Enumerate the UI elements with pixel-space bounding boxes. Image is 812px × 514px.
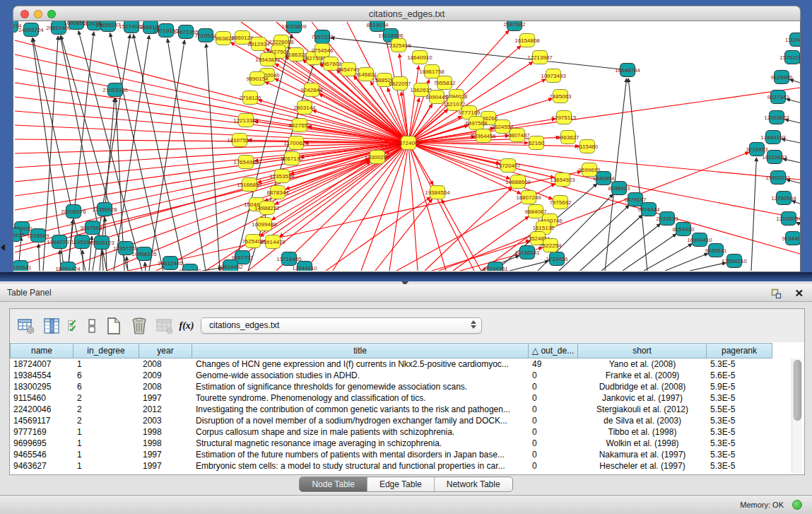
new-table-icon[interactable]	[105, 317, 123, 335]
graph-node[interactable]: 15751074	[779, 51, 800, 64]
tab-node-table[interactable]: Node Table	[300, 477, 367, 491]
tab-edge-table[interactable]: Edge Table	[367, 477, 435, 491]
close-window-button[interactable]	[20, 10, 29, 18]
table-cell: de Silva et al. (2003)	[578, 415, 707, 426]
graph-node[interactable]: 18807249	[516, 191, 541, 204]
graph-node[interactable]: 12093822	[764, 111, 789, 124]
graph-node[interactable]: 13554210	[722, 255, 747, 268]
table-cell: 9465546	[10, 449, 73, 460]
column-header-name[interactable]: name	[10, 343, 73, 358]
float-panel-icon[interactable]	[770, 287, 782, 299]
graph-node[interactable]: 12505123	[89, 236, 114, 250]
graph-node[interactable]: 16033809	[281, 21, 307, 33]
graph-node[interactable]: 12213987	[527, 51, 553, 64]
minimize-window-button[interactable]	[34, 10, 42, 18]
graph-node-label: 9474444	[637, 206, 660, 213]
graph-node[interactable]: 7857223	[311, 30, 334, 44]
collapse-panel-arrow-icon[interactable]	[1, 244, 5, 251]
column-header-in_degree[interactable]: in_degree	[73, 343, 139, 358]
table-panel: Table Panel ✕	[0, 284, 812, 514]
graph-node-label: 9242848	[300, 87, 323, 93]
graph-node[interactable]: 62160	[529, 136, 545, 150]
graph-node[interactable]: 15992071	[765, 171, 791, 185]
table-row[interactable]: 977716911998Corpus callosum shape and si…	[10, 426, 787, 438]
graph-node[interactable]: 20206576	[61, 205, 86, 218]
function-builder-icon[interactable]: f(x)	[181, 317, 192, 335]
network-canvas[interactable]: 8135074240557242069140616958569112435561…	[13, 21, 801, 272]
scrollbar-thumb[interactable]	[794, 360, 801, 421]
table-cell: 1	[73, 358, 139, 370]
graph-node[interactable]: 12750544	[771, 192, 796, 205]
graph-node[interactable]: 24055724	[18, 23, 44, 37]
graph-node[interactable]: 17654985	[233, 156, 259, 169]
table-row[interactable]: 911546021997Tourette syndrome. Phenomeno…	[10, 392, 787, 404]
graph-node[interactable]: 9115460	[577, 140, 599, 153]
graph-node[interactable]: 21053346	[102, 83, 128, 97]
graph-node[interactable]: 15051424	[55, 262, 81, 271]
graph-node[interactable]: 12103054	[776, 212, 800, 226]
table-options-icon[interactable]	[17, 317, 35, 335]
graph-node-label: 20206576	[61, 209, 86, 215]
graph-node[interactable]: 18640910	[407, 51, 433, 64]
graph-node-label: 9150541	[13, 264, 32, 271]
zoom-window-button[interactable]	[47, 10, 56, 18]
table-cell: 2008	[139, 358, 192, 370]
memory-status-label: Memory: OK	[740, 501, 784, 509]
table-cell: Nakamura et al. (1997)	[578, 449, 707, 460]
table-row[interactable]: 1872400712008Changes of HCN gene express…	[10, 358, 787, 370]
table-row[interactable]: 1830029562008Estimation of significance …	[10, 381, 787, 392]
table-row[interactable]: 946362711997Embryonic stem cells: a mode…	[10, 460, 787, 472]
graph-node[interactable]: 16154808	[514, 34, 540, 47]
graph-node[interactable]: 19384554	[425, 186, 450, 199]
column-header-pagerank[interactable]: pagerank	[707, 343, 772, 358]
column-header-title[interactable]: title	[192, 343, 529, 358]
graph-node[interactable]: 9134407	[782, 232, 800, 245]
window-titlebar[interactable]: citations_edges.txt	[13, 6, 801, 21]
row-height-icon[interactable]	[86, 317, 98, 335]
table-cell: 5.3E-5	[707, 449, 772, 460]
table-row[interactable]: 2242004622012Investigating the contribut…	[10, 404, 787, 415]
table-cell: 5.3E-5	[707, 358, 772, 370]
table-row[interactable]: 1938455462009Genome-wide association stu…	[10, 370, 787, 381]
graph-node[interactable]: 8878344	[266, 186, 289, 199]
table-scrollbar[interactable]	[792, 358, 802, 473]
column-header-year[interactable]: year	[139, 343, 192, 358]
window-title: citations_edges.txt	[13, 6, 800, 21]
graph-node-label: 8912934	[247, 41, 270, 47]
graph-node[interactable]: 14136141	[514, 246, 540, 259]
graph-node-label: 9890154	[246, 76, 269, 82]
select-rows-icon[interactable]	[68, 317, 79, 335]
table-row[interactable]: 1456911722003Disruption of a novel membe…	[10, 415, 787, 426]
graph-node[interactable]: 9129966	[770, 71, 793, 84]
graph-node[interactable]: 1733426	[546, 252, 568, 266]
table-cell: 2	[73, 404, 139, 415]
graph-node[interactable]: 10688609	[505, 175, 531, 189]
table-cell: Tibbo et al. (1998)	[578, 426, 707, 438]
graph-node[interactable]: 7975692	[549, 196, 572, 209]
table-row[interactable]: 946554611997Estimation of the future num…	[10, 449, 787, 460]
graph-node[interactable]: 16648784	[615, 64, 640, 77]
column-header-short[interactable]: short	[578, 343, 707, 358]
close-panel-icon[interactable]: ✕	[794, 285, 804, 302]
graph-node[interactable]: 30975887	[80, 221, 105, 235]
graph-node[interactable]: 2587682	[503, 21, 526, 31]
graph-node[interactable]: 9245511	[705, 244, 727, 257]
graph-node[interactable]: 8154420	[672, 223, 695, 236]
graph-node[interactable]: 11124556	[785, 33, 800, 47]
table-row[interactable]: 969969511998Structural magnetic resonanc…	[10, 438, 787, 449]
graph-node[interactable]: 12444193	[760, 131, 786, 144]
show-column-icon[interactable]	[42, 317, 61, 335]
table-selector-dropdown[interactable]: citations_edges.txt	[201, 317, 482, 334]
graph-node[interactable]: 2803144	[293, 101, 316, 115]
delete-table-icon[interactable]	[130, 317, 148, 335]
table-body: 1872400712008Changes of HCN gene express…	[10, 358, 787, 472]
graph-node[interactable]: 9463627	[557, 131, 579, 144]
tab-network-table[interactable]: Network Table	[435, 477, 512, 491]
delete-column-icon[interactable]	[155, 317, 174, 335]
graph-node[interactable]: 10973493	[541, 69, 566, 83]
graph-node[interactable]: 8938923	[608, 182, 630, 195]
column-header-out_de[interactable]: △ out_de...	[529, 343, 578, 358]
graph-node-label: 16961758	[419, 69, 445, 75]
graph-node[interactable]: 2718126	[239, 91, 261, 105]
graph-node[interactable]: 7485063	[549, 90, 572, 103]
